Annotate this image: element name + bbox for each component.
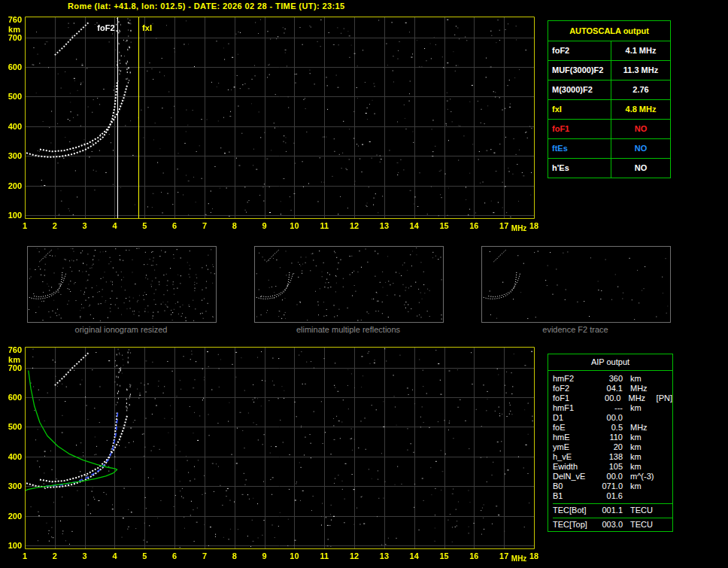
parameter-unit: MHz — [630, 384, 656, 393]
parameter-unit: km — [630, 452, 656, 462]
parameter-label: foF1 — [553, 393, 594, 403]
parameter-label: Ewidth — [553, 462, 596, 472]
parameter-label: D1 — [553, 413, 596, 423]
parameter-label: B0 — [553, 481, 596, 491]
parameter-value: 01.6 — [596, 491, 623, 501]
aip-row-foF1: foF100.0MHz[PN] — [553, 393, 672, 403]
parameter-label: TEC[Bot] — [553, 506, 596, 515]
parameter-value: 00.0 — [596, 413, 623, 423]
thumbnail-caption: evidence F2 trace — [481, 325, 670, 335]
parameter-unit: TECU — [630, 520, 656, 530]
parameter-label: foE — [553, 423, 596, 433]
parameter-unit: km — [630, 462, 656, 472]
parameter-value: 11.3 MHz — [611, 61, 670, 80]
parameter-value: 20 — [596, 442, 623, 452]
parameter-unit: km — [630, 374, 656, 384]
parameter-label: B1 — [553, 491, 596, 501]
aip-row-B0: B0071.0km — [553, 481, 672, 491]
aip-row-TEC[Top]: TEC[Top]003.0TECU — [553, 520, 672, 530]
bottom-ionogram-chart — [0, 342, 545, 568]
parameter-unit: MHz — [629, 393, 654, 403]
parameter-value: NO — [611, 139, 670, 158]
autoscala-row-h'Es: h'EsNO — [548, 158, 670, 178]
thumbnail-caption: eliminate multiple reflections — [253, 325, 443, 335]
autoscala-screen: Rome (lat: +41.8, lon: 012.5) - DATE: 20… — [0, 0, 728, 568]
parameter-label: DelN_vE — [553, 472, 596, 481]
aip-row-hmE: hmE110km — [553, 433, 672, 442]
parameter-value: 2.76 — [611, 80, 670, 99]
parameter-label: hmF2 — [553, 374, 596, 384]
thumbnail-caption: original ionogram resized — [26, 325, 216, 335]
autoscala-table-title: AUTOSCALA output — [548, 21, 670, 41]
parameter-unit: km — [630, 403, 656, 413]
parameter-label: TEC[Top] — [553, 520, 596, 530]
page-title: Rome (lat: +41.8, lon: 012.5) - DATE: 20… — [68, 2, 345, 11]
parameter-unit: MHz — [630, 423, 656, 433]
autoscala-row-ftEs: ftEsNO — [548, 138, 670, 158]
parameter-label: ftEs — [548, 139, 611, 158]
aip-row-Ewidth: Ewidth105km — [553, 462, 672, 472]
parameter-unit: km — [630, 433, 656, 442]
separator-line — [553, 503, 672, 504]
autoscala-row-M(3000)F2: M(3000)F22.76 — [548, 80, 670, 99]
separator-line — [553, 518, 672, 518]
aip-row-D1: D100.0 — [553, 413, 672, 423]
parameter-label: hmE — [553, 433, 596, 442]
parameter-label: foF2 — [553, 384, 596, 393]
aip-row-DelN_vE: DelN_vE00.0m^(-3) — [553, 472, 672, 481]
parameter-label: h_vE — [553, 452, 596, 462]
aip-row-hmF1: hmF1---km — [553, 403, 672, 413]
parameter-value: 105 — [596, 462, 623, 472]
parameter-value: 4.1 MHz — [611, 41, 670, 60]
parameter-value: 4.8 MHz — [611, 100, 670, 119]
parameter-value: NO — [611, 159, 670, 178]
thumbnail-eliminate-multiple-reflections — [254, 246, 444, 323]
parameter-unit — [630, 413, 656, 423]
parameter-value: 110 — [596, 433, 623, 442]
top-ionogram-chart — [0, 12, 545, 238]
parameter-value: 001.1 — [596, 506, 623, 515]
parameter-unit: km — [630, 481, 656, 491]
aip-row-B1: B101.6 — [553, 491, 672, 501]
parameter-value: NO — [611, 120, 670, 138]
autoscala-output-table: AUTOSCALA output foF24.1 MHzMUF(3000)F21… — [548, 20, 671, 178]
parameter-value: 0.5 — [596, 423, 623, 433]
aip-row-TEC[Bot]: TEC[Bot]001.1TECU — [553, 506, 672, 515]
parameter-unit — [630, 491, 656, 501]
parameter-unit: TECU — [630, 506, 656, 515]
parameter-label: foF2 — [548, 41, 611, 60]
parameter-label: ymE — [553, 442, 596, 452]
aip-output-table: AIP output hmF2360kmfoF204.1MHzfoF100.0M… — [548, 354, 673, 532]
parameter-label: M(3000)F2 — [548, 80, 611, 99]
parameter-label: MUF(3000)F2 — [548, 61, 611, 80]
aip-row-foE: foE0.5MHz — [553, 423, 672, 433]
parameter-label: hmF1 — [553, 403, 596, 413]
parameter-label: h'Es — [548, 159, 611, 178]
thumbnail-original-ionogram — [27, 246, 217, 323]
parameter-value: 360 — [596, 374, 623, 384]
parameter-value: 003.0 — [596, 520, 623, 530]
autoscala-row-foF1: foF1NO — [548, 119, 670, 138]
aip-row-foF2: foF204.1MHz — [553, 384, 672, 393]
aip-table-rows: hmF2360kmfoF204.1MHzfoF100.0MHz[PN]hmF1-… — [548, 371, 672, 530]
parameter-extra: [PN] — [657, 393, 672, 403]
parameter-value: --- — [596, 403, 623, 413]
aip-row-ymE: ymE20km — [553, 442, 672, 452]
aip-table-title: AIP output — [548, 354, 672, 371]
thumbnail-evidence-f2-trace — [481, 246, 671, 323]
parameter-label: foF1 — [548, 120, 611, 138]
parameter-value: 00.0 — [596, 472, 623, 481]
autoscala-row-MUF(3000)F2: MUF(3000)F211.3 MHz — [548, 60, 670, 80]
aip-row-h_vE: h_vE138km — [553, 452, 672, 462]
aip-row-hmF2: hmF2360km — [553, 374, 672, 384]
parameter-unit: m^(-3) — [630, 472, 656, 481]
autoscala-row-fxI: fxI4.8 MHz — [548, 99, 670, 119]
parameter-value: 071.0 — [596, 481, 623, 491]
parameter-label: fxI — [548, 100, 611, 119]
autoscala-row-foF2: foF24.1 MHz — [548, 41, 670, 60]
parameter-value: 00.0 — [594, 393, 620, 403]
parameter-value: 04.1 — [596, 384, 623, 393]
parameter-value: 138 — [596, 452, 623, 462]
parameter-unit: km — [630, 442, 656, 452]
autoscala-table-rows: foF24.1 MHzMUF(3000)F211.3 MHzM(3000)F22… — [548, 41, 670, 178]
